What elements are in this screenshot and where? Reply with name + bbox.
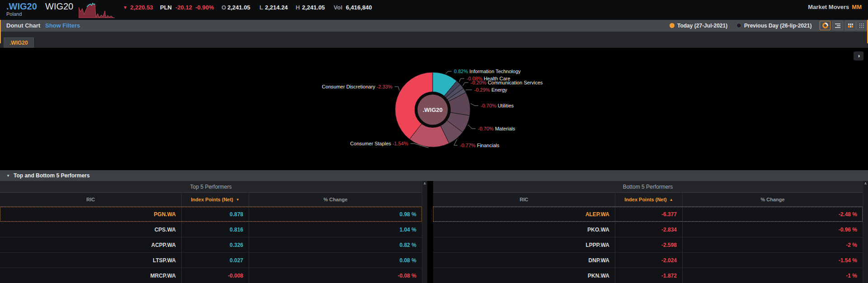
previous-day-radio[interactable] [736,23,741,28]
app-code: MM [852,4,862,10]
pct-change-cell: 0.98 % [249,207,422,222]
high-value: 2,241.05 [302,4,325,11]
scroll-up-icon[interactable]: ∧ [422,181,427,186]
price-down-triangle-icon: ▼ [123,5,127,10]
ric-cell: LTSP.WA [0,253,181,268]
col-header-ric[interactable]: RIC [0,193,181,206]
index-points-cell: -2.024 [615,253,682,268]
donut-view-button[interactable] [820,21,830,30]
ric-cell: DNP.WA [433,253,615,268]
high-label: H [296,4,300,11]
app-brand: Market MoversMM [808,4,862,10]
leader-line [395,87,399,91]
collapse-triangle-icon[interactable]: ▼ [6,174,10,178]
slice-label: Consumer Staples -1.54% [350,141,409,146]
leader-line [446,71,452,74]
table-row[interactable]: PKN.WA-1.872-1 % [433,268,863,283]
slice-label: -0.20% Communication Services [471,80,543,85]
index-points-cell: -6.377 [615,207,682,222]
table-row[interactable]: PKO.WA-2.834-0.96 % [433,222,863,237]
col-header-label: Index Points (Net) [191,197,233,202]
previous-day-radio-label[interactable]: Previous Day (26-lip-2021) [744,23,811,29]
net-change: -20.12 [175,4,192,11]
sparkline-chart [79,2,115,18]
performers-section-header[interactable]: ▼ Top and Bottom 5 Performers [0,170,868,181]
scroll-up-icon[interactable]: ∧ [863,181,868,186]
grid-dots-icon [859,23,864,28]
slice-label: -0.70% Materials [478,126,515,131]
pct-change-cell: 0.82 % [249,237,422,252]
pct-change-cell: -0.08 % [249,268,422,283]
list-view-button[interactable] [832,21,843,30]
pct-change: -0.90% [195,4,214,11]
index-points-cell: 0.878 [181,207,249,222]
donut-center-label: .WIG20 [423,107,443,113]
ric-cell: CPS.WA [0,222,181,237]
pct-change-cell: 0.08 % [249,253,422,268]
today-radio[interactable] [670,23,675,28]
top-5-performers-table: Top 5 PerformersRICIndex Points (Net)▼% … [0,181,427,283]
volume-label: Vol [334,4,342,11]
index-points-cell: -2.834 [615,222,682,237]
chart-type-selector[interactable]: Donut Chart [6,22,40,29]
column-header-row: RICIndex Points (Net)▼% Change [0,193,422,207]
col-header-pct-change[interactable]: % Change [682,193,863,206]
currency: PLN [160,4,172,11]
low-label: L [259,4,263,11]
table-title: Top 5 Performers [0,181,422,193]
toolbar: Donut Chart Show Filters Today (27-Jul-2… [0,20,868,32]
slice-label: -0.77% Financials [460,143,500,148]
slice-label: Consumer Discretionary -2.33% [322,84,392,89]
app-name: Market Movers [808,4,849,10]
ric-cell: ALEP.WA [433,207,615,222]
open-label: O [222,4,226,11]
list-icon [835,23,840,29]
performers-tables: Top 5 PerformersRICIndex Points (Net)▼% … [0,181,868,283]
index-points-cell: 0.027 [181,253,249,268]
sort-arrow-icon: ▼ [236,198,240,202]
col-header-index-points[interactable]: Index Points (Net)▲ [615,193,682,206]
index-points-cell: -0.008 [181,268,249,283]
left-accent-bar [0,20,1,43]
col-header-pct-change[interactable]: % Change [249,193,422,206]
table-row[interactable]: LPPP.WA-2.598-2 % [433,237,863,252]
today-radio-label[interactable]: Today (27-Jul-2021) [677,23,727,29]
heatmap-icon [848,23,853,28]
open-value: 2,241.05 [227,4,250,11]
table-row[interactable]: ACPP.WA0.3260.82 % [0,237,422,252]
show-filters-link[interactable]: Show Filters [45,22,80,29]
ric-cell: PGN.WA [0,207,181,222]
index-name: WIG20 [45,1,73,12]
tab-wig20[interactable]: .WIG20 [4,37,34,48]
contrast-toggle-icon[interactable]: ◑ [854,51,863,60]
index-ric: .WIG20 [6,1,37,12]
index-points-cell: -1.872 [615,268,682,283]
table-row[interactable]: PGN.WA0.8780.98 % [0,207,422,222]
heatmap-view-button[interactable] [845,21,856,30]
table-scrollbar[interactable]: ∧ [863,181,868,283]
table-row[interactable]: CPS.WA0.8161.04 % [0,222,422,237]
table-row[interactable]: DNP.WA-2.024-1.54 % [433,252,863,268]
pct-change-cell: -1 % [682,268,863,283]
table-row[interactable]: ALEP.WA-6.377-2.48 % [433,207,863,222]
bottom-5-performers-table: Bottom 5 PerformersRICIndex Points (Net)… [433,181,868,283]
ric-cell: MRCP.WA [0,268,181,283]
pct-change-cell: -2.48 % [682,207,863,222]
slice-label: -0.70% Utilities [481,103,514,108]
table-row[interactable]: LTSP.WA0.0270.08 % [0,252,422,268]
quote-header: .WIG20 WIG20 Poland ▼ 2,220.53 PLN -20.1… [0,0,868,20]
volume-value: 6,416,840 [346,4,372,11]
sort-arrow-icon: ▲ [670,198,673,202]
grid-view-button[interactable] [856,21,867,30]
pct-change-cell: -2 % [682,237,863,252]
slice-label: -0.29% Energy [474,87,507,93]
table-row[interactable]: MRCP.WA-0.008-0.08 % [0,268,422,283]
donut-icon [822,23,828,28]
leader-line [471,103,478,106]
col-header-ric[interactable]: RIC [433,193,615,206]
last-price: 2,220.53 [130,4,153,11]
col-header-label: Index Points (Net) [624,197,667,202]
col-header-index-points[interactable]: Index Points (Net)▼ [181,193,249,206]
table-scrollbar[interactable]: ∧ [422,181,427,283]
donut-chart: 0.82% Information Technology-0.08% Healt… [0,48,868,170]
